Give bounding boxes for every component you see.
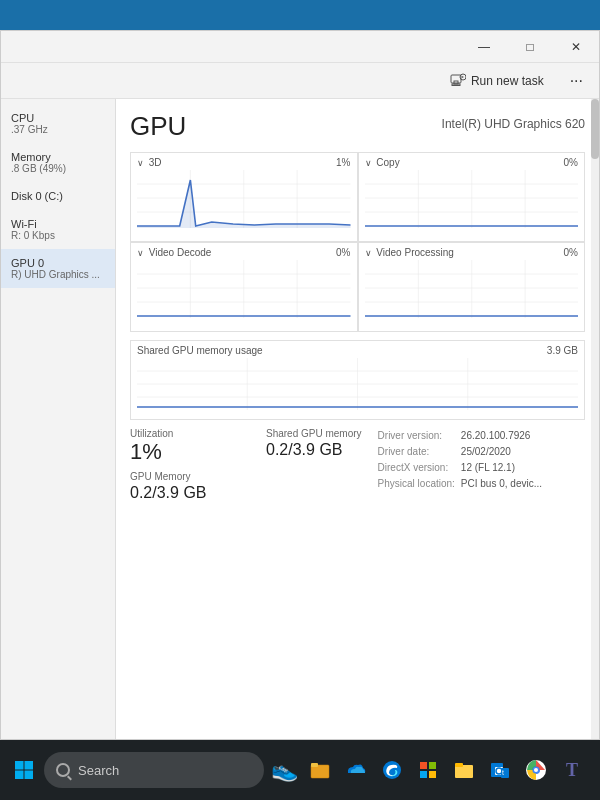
chart-3d-percent: 1% — [336, 157, 350, 168]
utilization-label: Utilization — [130, 428, 250, 439]
svg-rect-42 — [420, 762, 427, 769]
wifi-label: Wi-Fi — [11, 218, 105, 230]
more-options-button[interactable]: ··· — [564, 68, 589, 94]
directx-row: DirectX version: 12 (FL 12.1) — [378, 460, 542, 476]
stats-section: Utilization 1% GPU Memory 0.2/3.9 GB Sha… — [130, 428, 585, 505]
sidebar-item-wifi[interactable]: Wi-Fi R: 0 Kbps — [1, 210, 115, 249]
chart-copy-label: ∨ Copy — [365, 157, 579, 168]
directx-value: 12 (FL 12.1) — [461, 460, 542, 476]
sidebar-item-memory[interactable]: Memory .8 GB (49%) — [1, 143, 115, 182]
taskbar-file-explorer-icon[interactable] — [304, 754, 336, 786]
gpu-sidebar-label: GPU 0 — [11, 257, 105, 269]
scrollbar-thumb[interactable] — [591, 99, 599, 159]
sidebar-item-cpu[interactable]: CPU .37 GHz — [1, 104, 115, 143]
utilization-block: Utilization 1% — [130, 428, 250, 465]
sidebar: CPU .37 GHz Memory .8 GB (49%) Disk 0 (C… — [1, 99, 116, 739]
windows-grid-icon — [418, 760, 438, 780]
taskbar-folder-icon[interactable] — [448, 754, 480, 786]
gpu-sidebar-sublabel: R) UHD Graphics ... — [11, 269, 105, 280]
chart-video-decode-percent: 0% — [336, 247, 350, 258]
driver-date-value: 25/02/2020 — [461, 444, 542, 460]
taskbar-chrome-icon[interactable] — [520, 754, 552, 786]
taskbar-shoe-icon[interactable]: 👟 — [268, 754, 300, 786]
cpu-label: CPU — [11, 112, 105, 124]
svg-text:t: t — [502, 769, 504, 776]
disk-label: Disk 0 (C:) — [11, 190, 105, 202]
driver-date-label: Driver date: — [378, 444, 461, 460]
svg-rect-36 — [25, 761, 34, 770]
shared-gpu-label: Shared GPU memory — [266, 428, 362, 439]
location-value: PCI bus 0, devic... — [461, 476, 542, 492]
taskbar-search-bar[interactable]: Search — [44, 752, 264, 788]
windows-logo-icon — [14, 760, 34, 780]
start-button[interactable] — [8, 754, 40, 786]
driver-info: Driver version: 26.20.100.7926 Driver da… — [378, 428, 542, 505]
close-button[interactable]: ✕ — [553, 31, 599, 62]
shared-chart-header: Shared GPU memory usage 3.9 GB — [137, 345, 578, 358]
chart-video-processing-label: ∨ Video Processing — [365, 247, 579, 258]
memory-label: Memory — [11, 151, 105, 163]
edge-icon — [382, 760, 402, 780]
gpu-header: GPU Intel(R) UHD Graphics 620 — [130, 111, 585, 142]
search-icon — [56, 763, 70, 777]
content-area: CPU .37 GHz Memory .8 GB (49%) Disk 0 (C… — [1, 99, 599, 739]
driver-table: Driver version: 26.20.100.7926 Driver da… — [378, 428, 542, 492]
charts-grid: ∨ 3D 1% — [130, 152, 585, 332]
taskbar-windows-store-icon[interactable] — [412, 754, 444, 786]
chart-video-processing-percent: 0% — [564, 247, 578, 258]
taskbar: Search 👟 — [0, 740, 600, 800]
taskbar-teams-icon[interactable]: T — [556, 754, 588, 786]
svg-rect-37 — [15, 771, 24, 780]
svg-rect-43 — [429, 762, 436, 769]
svg-point-56 — [534, 768, 538, 772]
sidebar-item-disk[interactable]: Disk 0 (C:) — [1, 182, 115, 210]
taskbar-edge-icon[interactable] — [376, 754, 408, 786]
task-manager-window: — □ ✕ Run new task ··· CPU .37 GHz — [0, 30, 600, 740]
chart-copy-area — [365, 170, 579, 230]
svg-rect-44 — [420, 771, 427, 778]
chart-video-decode-label: ∨ Video Decode — [137, 247, 351, 258]
wifi-sublabel: R: 0 Kbps — [11, 230, 105, 241]
chart-3d-area — [137, 170, 351, 230]
maximize-button[interactable]: □ — [507, 31, 553, 62]
run-new-task-button[interactable]: Run new task — [442, 69, 552, 93]
taskbar-onedrive-icon[interactable] — [340, 754, 372, 786]
location-row: Physical location: PCI bus 0, devic... — [378, 476, 542, 492]
svg-rect-2 — [452, 84, 460, 86]
utilization-value: 1% — [130, 439, 250, 465]
outlook-icon: t — [490, 760, 510, 780]
memory-sublabel: .8 GB (49%) — [11, 163, 105, 174]
svg-rect-47 — [455, 763, 463, 767]
window-controls: — □ ✕ — [461, 31, 599, 62]
svg-rect-40 — [311, 763, 318, 767]
taskbar-outlook-icon[interactable]: t — [484, 754, 516, 786]
chart-copy: ∨ Copy 0% — [358, 152, 586, 242]
title-bar: — □ ✕ — [1, 31, 599, 63]
chart-3d-label: ∨ 3D — [137, 157, 351, 168]
gpu-model: Intel(R) UHD Graphics 620 — [442, 117, 585, 131]
folder-icon — [454, 760, 474, 780]
chart-video-processing-svg — [365, 260, 579, 318]
chart-video-decode-svg — [137, 260, 351, 318]
directx-label: DirectX version: — [378, 460, 461, 476]
toolbar: Run new task ··· — [1, 63, 599, 99]
driver-version-label: Driver version: — [378, 428, 461, 444]
run-new-task-label: Run new task — [471, 74, 544, 88]
run-task-icon — [450, 73, 466, 89]
minimize-button[interactable]: — — [461, 31, 507, 62]
chart-video-processing: ∨ Video Processing 0% — [358, 242, 586, 332]
svg-rect-45 — [429, 771, 436, 778]
file-explorer-icon — [310, 760, 330, 780]
shared-memory-max: 3.9 GB — [547, 345, 578, 356]
driver-version-row: Driver version: 26.20.100.7926 — [378, 428, 542, 444]
driver-version-value: 26.20.100.7926 — [461, 428, 542, 444]
sidebar-item-gpu[interactable]: GPU 0 R) UHD Graphics ... — [1, 249, 115, 288]
chart-3d: ∨ 3D 1% — [130, 152, 358, 242]
chart-3d-svg — [137, 170, 351, 228]
left-stats: Utilization 1% GPU Memory 0.2/3.9 GB — [130, 428, 250, 505]
gpu-memory-label: GPU Memory — [130, 471, 250, 482]
shared-gpu-memory-chart: Shared GPU memory usage 3.9 GB — [130, 340, 585, 420]
chart-video-processing-area — [365, 260, 579, 320]
scrollbar-track[interactable] — [591, 99, 599, 739]
search-label: Search — [78, 763, 119, 778]
